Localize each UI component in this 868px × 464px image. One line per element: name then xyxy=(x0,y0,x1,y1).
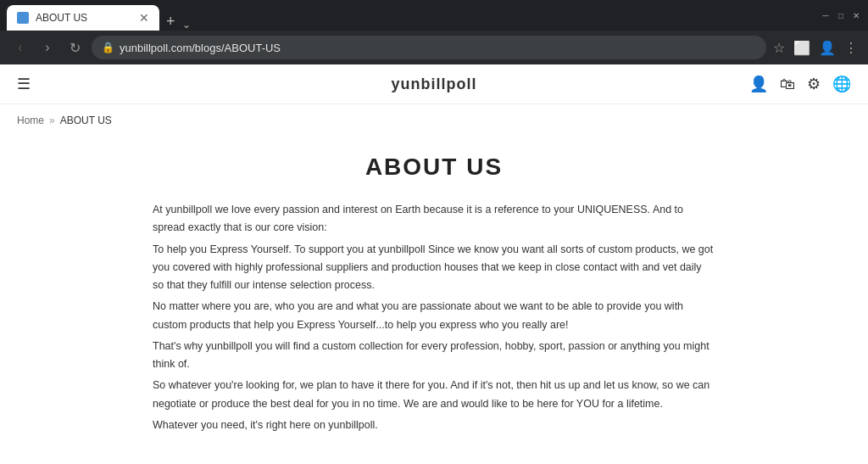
menu-button[interactable]: ⋮ xyxy=(844,40,858,56)
url-bar[interactable]: 🔒 yunbillpoll.com/blogs/ABOUT-US xyxy=(92,36,766,59)
profile-button[interactable]: 👤 xyxy=(819,40,836,56)
about-paragraph-4: That's why yunbillpoll you will find a c… xyxy=(153,338,715,374)
about-paragraph-6: Whatever you need, it's right here on yu… xyxy=(153,416,715,434)
maximize-button[interactable]: □ xyxy=(836,10,846,20)
breadcrumb-current: ABOUT US xyxy=(60,115,112,126)
lock-icon: 🔒 xyxy=(102,42,114,53)
about-paragraph-1: At yunbillpoll we love every passion and… xyxy=(153,201,715,238)
back-button[interactable]: ‹ xyxy=(10,40,31,55)
bookmark-button[interactable]: ☆ xyxy=(773,40,785,56)
site-header: ☰ yunbillpoll 👤 🛍 ⚙ 🌐 xyxy=(0,64,868,104)
tab-title: ABOUT US xyxy=(36,12,87,24)
about-paragraph-3: No matter where you are, who you are and… xyxy=(153,298,715,334)
language-icon[interactable]: 🌐 xyxy=(832,75,851,93)
about-paragraph-5: So whatever you're looking for, we plan … xyxy=(153,377,715,413)
address-actions: ☆ ⬜ 👤 ⋮ xyxy=(773,40,858,56)
refresh-button[interactable]: ↻ xyxy=(64,40,85,56)
account-icon[interactable]: 👤 xyxy=(749,75,768,93)
tab-bar: ABOUT US ✕ + ⌄ xyxy=(7,0,807,31)
page-title: ABOUT US xyxy=(153,154,715,181)
about-paragraph-2: To help you Express Yourself. To support… xyxy=(153,241,715,295)
settings-icon[interactable]: ⚙ xyxy=(807,75,821,93)
tab-close-button[interactable]: ✕ xyxy=(139,12,149,24)
about-text-block: At yunbillpoll we love every passion and… xyxy=(153,201,715,434)
main-content: ABOUT US At yunbillpoll we love every pa… xyxy=(0,137,868,464)
extensions-button[interactable]: ⬜ xyxy=(793,40,810,56)
breadcrumb-separator: » xyxy=(49,115,55,126)
browser-titlebar: ABOUT US ✕ + ⌄ ─ □ ✕ xyxy=(0,0,868,31)
page-wrapper: ☰ yunbillpoll 👤 🛍 ⚙ 🌐 Home » ABOUT US AB… xyxy=(0,64,868,464)
minimize-button[interactable]: ─ xyxy=(821,10,831,20)
tab-favicon xyxy=(17,12,29,24)
new-tab-button[interactable]: + xyxy=(159,13,182,31)
close-window-button[interactable]: ✕ xyxy=(851,10,861,20)
breadcrumb-home-link[interactable]: Home xyxy=(17,115,44,126)
tab-dropdown-button[interactable]: ⌄ xyxy=(182,19,191,31)
forward-button[interactable]: › xyxy=(37,40,58,55)
window-controls: ─ □ ✕ xyxy=(821,10,861,20)
header-icons: 👤 🛍 ⚙ 🌐 xyxy=(749,75,851,93)
url-text: yunbillpoll.com/blogs/ABOUT-US xyxy=(120,42,281,54)
cart-icon[interactable]: 🛍 xyxy=(780,75,795,93)
hamburger-menu-button[interactable]: ☰ xyxy=(17,75,31,93)
active-tab[interactable]: ABOUT US ✕ xyxy=(7,5,159,31)
site-logo: yunbillpoll xyxy=(392,75,477,93)
address-bar: ‹ › ↻ 🔒 yunbillpoll.com/blogs/ABOUT-US ☆… xyxy=(0,31,868,64)
breadcrumb: Home » ABOUT US xyxy=(0,104,868,137)
